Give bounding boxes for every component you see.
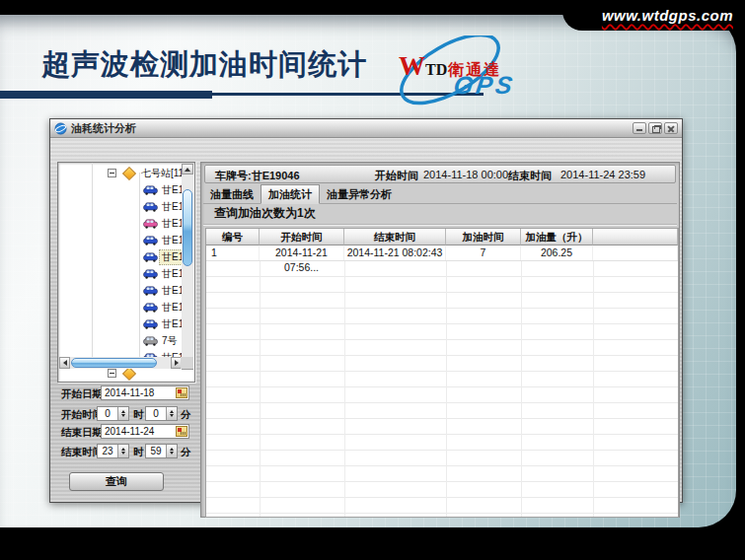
start-hour-value: 0 xyxy=(98,407,117,420)
table-column-line xyxy=(521,245,522,517)
refuel-table: 编号开始时间结束时间加油时间加油量（升） 12014-11-21 07:56..… xyxy=(205,228,679,518)
table-cell: 7 xyxy=(446,245,521,260)
table-row-container: 12014-11-21 07:56...2014-11-21 08:02:437… xyxy=(206,245,678,261)
vehicle-label: 甘E1 xyxy=(162,301,184,315)
stepper-buttons[interactable] xyxy=(166,445,177,457)
collapse-icon[interactable] xyxy=(108,169,116,177)
window-titlebar[interactable]: 油耗统计分析 xyxy=(50,119,682,138)
globe-icon xyxy=(54,122,67,135)
tree-item-vehicle[interactable]: 甘E1 xyxy=(58,181,182,198)
end-minute-stepper[interactable]: 59 xyxy=(145,444,178,458)
end-date-input[interactable]: 2014-11-24 xyxy=(101,424,189,439)
tab-1[interactable]: 加油统计 xyxy=(261,184,320,204)
tab-0[interactable]: 油量曲线 xyxy=(203,185,261,203)
logo-w: W xyxy=(399,51,425,81)
vehicle-label: 甘E1 xyxy=(162,200,184,214)
end-hour-value: 23 xyxy=(98,445,117,457)
vehicle-label: 甘E1 xyxy=(162,267,184,281)
table-header-cell[interactable] xyxy=(593,229,678,245)
table-header-cell[interactable]: 编号 xyxy=(206,229,260,245)
tree-vertical-scrollbar[interactable] xyxy=(182,164,193,370)
hour-unit: 时 xyxy=(133,408,144,422)
table-cell xyxy=(593,245,678,260)
table-column-line xyxy=(344,245,345,517)
arrow-down-icon xyxy=(170,414,174,417)
arrow-up-icon xyxy=(121,410,125,413)
car-icon xyxy=(143,185,158,195)
car-icon xyxy=(143,269,158,279)
tree-group-node[interactable]: 七号站[11] xyxy=(58,165,181,181)
stepper-buttons[interactable] xyxy=(166,407,177,420)
start-time-header-label: 开始时间 xyxy=(375,169,418,183)
minute-unit: 分 xyxy=(181,408,191,422)
window-controls xyxy=(633,122,678,134)
car-icon xyxy=(143,303,158,313)
stepper-buttons[interactable] xyxy=(117,445,128,457)
tree-horizontal-scrollbar[interactable] xyxy=(59,357,182,369)
stepper-buttons[interactable] xyxy=(117,407,128,420)
end-time-header-label: 结束时间 xyxy=(508,169,552,183)
table-header-cell[interactable]: 加油量（升） xyxy=(521,229,593,245)
table-cell: 2014-11-21 08:02:43 xyxy=(344,245,446,260)
tree-item-vehicle[interactable]: 甘E1 xyxy=(58,282,182,299)
start-date-input[interactable]: 2014-11-18 xyxy=(101,385,189,400)
table-header-row: 编号开始时间结束时间加油时间加油量（升） xyxy=(206,229,678,245)
table-header-cell[interactable]: 开始时间 xyxy=(260,229,344,245)
vertical-scroll-thumb[interactable] xyxy=(183,189,192,266)
orange-gem-icon xyxy=(122,167,136,180)
logo-gps-text: GPS xyxy=(452,71,517,100)
logo-td: TD xyxy=(425,61,448,78)
table-column-line xyxy=(593,245,594,517)
tree-item-vehicle[interactable]: 甘E1 xyxy=(58,265,182,282)
start-date-label: 开始日期: xyxy=(61,387,107,401)
minimize-button[interactable] xyxy=(633,122,646,134)
calendar-icon[interactable] xyxy=(176,387,187,398)
calendar-icon[interactable] xyxy=(176,426,187,437)
url-banner: www.wtdgps.com xyxy=(562,0,745,31)
start-minute-stepper[interactable]: 0 xyxy=(145,406,178,421)
end-minute-value: 59 xyxy=(146,445,166,457)
table-header-cell[interactable]: 加油时间 xyxy=(446,229,521,245)
scroll-up-button[interactable] xyxy=(182,164,193,175)
arrow-down-icon xyxy=(170,452,174,455)
arrow-up-icon xyxy=(170,448,174,451)
close-button[interactable] xyxy=(664,122,678,134)
end-hour-stepper[interactable]: 23 xyxy=(97,444,129,458)
end-date-label: 结束日期: xyxy=(61,426,107,440)
tree-item-vehicle[interactable]: 甘E1 xyxy=(58,232,182,248)
arrow-down-icon xyxy=(121,414,125,417)
restore-button[interactable] xyxy=(648,122,662,134)
wtd-gps-logo: WTD衛通達 GPS xyxy=(393,35,575,106)
arrow-left-icon xyxy=(63,360,67,366)
vehicle-label: 甘E1 xyxy=(162,317,184,331)
query-result-status: 查询加油次数为1次 xyxy=(203,203,677,225)
horizontal-scroll-thumb[interactable] xyxy=(71,358,157,368)
table-body: 12014-11-21 07:56...2014-11-21 08:02:437… xyxy=(206,245,678,517)
query-button[interactable]: 查询 xyxy=(69,472,164,491)
tab-2[interactable]: 油量异常分析 xyxy=(320,185,399,203)
vehicle-label: 甘E1 xyxy=(162,284,184,298)
arrow-up-icon xyxy=(121,448,125,451)
start-hour-stepper[interactable]: 0 xyxy=(97,406,129,421)
tree-item-vehicle[interactable]: 甘E1 xyxy=(58,215,182,232)
window-body: 七号站[11] 甘E1甘E1甘E1甘E1甘E1甘E1甘E1甘E1甘E17号甘E1… xyxy=(50,138,682,502)
restore-icon-front xyxy=(652,126,660,133)
tree-item-vehicle[interactable]: 甘E1 xyxy=(58,315,182,332)
start-minute-value: 0 xyxy=(146,407,166,420)
car-icon xyxy=(143,202,158,212)
title-underline-thick xyxy=(0,91,212,99)
scroll-left-button[interactable] xyxy=(59,357,70,369)
tree-item-vehicle[interactable]: 甘E1 xyxy=(58,299,182,315)
tree-item-vehicle[interactable]: 7号 xyxy=(58,332,182,349)
table-header-cell[interactable]: 结束时间 xyxy=(344,229,446,245)
minute-unit: 分 xyxy=(181,446,191,459)
end-date-value: 2014-11-24 xyxy=(105,426,154,437)
car-icon xyxy=(143,336,158,346)
tree-item-vehicle[interactable]: 甘E1 xyxy=(58,198,182,215)
vehicle-label: 甘E1 xyxy=(162,183,184,197)
car-icon xyxy=(143,286,158,296)
vehicle-label: 甘E1 xyxy=(162,217,184,231)
website-url: www.wtdgps.com xyxy=(602,7,733,24)
table-row[interactable]: 12014-11-21 07:56...2014-11-21 08:02:437… xyxy=(206,245,678,261)
tree-item-vehicle[interactable]: 甘E1 xyxy=(58,248,182,265)
